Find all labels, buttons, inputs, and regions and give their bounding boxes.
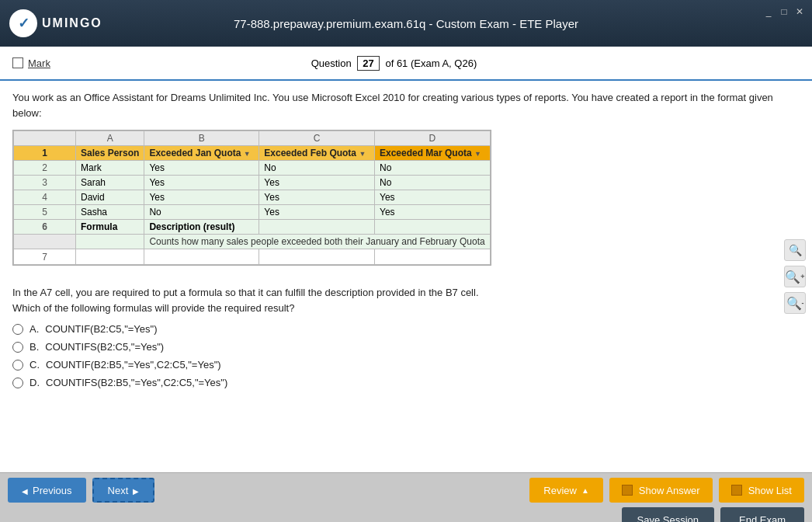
row-num-2: 2 (14, 161, 76, 176)
cell-4a: David (76, 190, 144, 205)
bottom-toolbar: Previous Next Review Show Answer Show Li… (0, 472, 812, 522)
question-header: Mark Question 27 of 61 (Exam A, Q26) (0, 47, 812, 81)
logo-area: ✓ UMINGO (9, 9, 102, 37)
choice-d-text: COUNTIFS(B2:B5,"=Yes",C2:C5,"=Yes") (46, 377, 227, 388)
mark-checkbox[interactable] (12, 57, 23, 68)
main-content: You work as an Office Assistant for Drea… (0, 81, 812, 472)
zoom-out-icon[interactable]: 🔍- (784, 292, 806, 314)
show-answer-icon (622, 485, 633, 496)
show-list-label: Show List (748, 485, 792, 496)
table-row: 2 Mark Yes No No (14, 161, 491, 176)
question-of-label: of 61 (Exam A, Q26) (385, 57, 477, 69)
cell-3d: No (374, 176, 490, 190)
cell-2b: Yes (144, 161, 259, 176)
show-answer-button[interactable]: Show Answer (609, 478, 713, 503)
excel-table-wrapper: A B C D 1 Sales Person Exceeded Jan Quot… (12, 130, 491, 266)
answer-section: In the A7 cell, you are required to put … (12, 285, 800, 388)
cell-2a: Mark (76, 161, 144, 176)
cell-7b (144, 249, 259, 265)
table-row: 6 Formula Description (result) (14, 220, 491, 235)
question-number: 27 (357, 56, 379, 71)
radio-c[interactable] (12, 360, 23, 371)
cell-7d (374, 249, 490, 265)
choice-b-label: B. (29, 341, 39, 353)
show-list-button[interactable]: Show List (719, 478, 804, 503)
row-num-4: 4 (14, 190, 76, 205)
cell-3c: Yes (259, 176, 375, 190)
col-header-a: A (76, 131, 144, 146)
cell-2d: No (374, 161, 490, 176)
row-num-6b (14, 235, 76, 249)
zoom-in-icon[interactable]: 🔍+ (784, 266, 806, 287)
cell-5c: Yes (259, 205, 375, 220)
chevron-right-icon (133, 485, 139, 496)
logo-check-icon: ✓ (18, 15, 29, 32)
row-num-7: 7 (14, 249, 76, 265)
answer-choice-b[interactable]: B. COUNTIFS(B2:C5,"=Yes") (12, 341, 800, 353)
answer-choice-d[interactable]: D. COUNTIFS(B2:B5,"=Yes",C2:C5,"=Yes") (12, 377, 800, 388)
logo-circle: ✓ (9, 9, 37, 37)
cell-6bb: Counts how many sales people exceeded bo… (144, 235, 490, 249)
end-exam-label: End Exam (739, 514, 786, 523)
review-label: Review (543, 485, 577, 496)
search-icon[interactable]: 🔍 (784, 239, 806, 261)
cell-6a: Formula (76, 220, 144, 235)
row-num-5: 5 (14, 205, 76, 220)
row-num-1: 1 (14, 146, 76, 161)
cell-5b: No (144, 205, 259, 220)
show-answer-label: Show Answer (639, 485, 700, 496)
next-button[interactable]: Next (92, 478, 155, 503)
title-bar: _ □ ✕ ✓ UMINGO 77-888.prepaway.premium.e… (0, 0, 812, 47)
excel-table: A B C D 1 Sales Person Exceeded Jan Quot… (13, 130, 491, 265)
table-row: 1 Sales Person Exceeded Jan Quota ▼ Exce… (14, 146, 491, 161)
answer-choice-c[interactable]: C. COUNTIF(B2:B5,"=Yes",C2:C5,"=Yes") (12, 359, 800, 371)
previous-label: Previous (33, 485, 72, 496)
choice-b-text: COUNTIFS(B2:C5,"=Yes") (45, 341, 164, 353)
col-header-b: B (144, 131, 259, 146)
logo-text: UMINGO (42, 16, 102, 30)
cell-4c: Yes (259, 190, 375, 205)
question-intro: You work as an Office Assistant for Drea… (12, 90, 800, 120)
cell-3b: Yes (144, 176, 259, 190)
cell-1d: Exceeded Mar Quota ▼ (374, 146, 490, 161)
cell-5a: Sasha (76, 205, 144, 220)
row-num-3: 3 (14, 176, 76, 190)
col-header-c: C (259, 131, 375, 146)
save-session-label: Save Session (637, 514, 699, 523)
cell-2c: No (259, 161, 375, 176)
save-session-button[interactable]: Save Session (622, 507, 715, 522)
table-row: 5 Sasha No Yes Yes (14, 205, 491, 220)
cell-5d: Yes (374, 205, 490, 220)
cell-1b: Exceeded Jan Quota ▼ (144, 146, 259, 161)
table-row: 3 Sarah Yes Yes No (14, 176, 491, 190)
minimize-button[interactable]: _ (762, 6, 775, 17)
radio-a[interactable] (12, 324, 23, 335)
radio-d[interactable] (12, 378, 23, 388)
cell-7c (259, 249, 375, 265)
previous-button[interactable]: Previous (8, 478, 86, 503)
cell-1c: Exceeded Feb Quota ▼ (259, 146, 375, 161)
col-header-d: D (374, 131, 490, 146)
answer-choice-a[interactable]: A. COUNTIF(B2:C5,"=Yes") (12, 323, 800, 335)
end-exam-button[interactable]: End Exam (720, 507, 804, 522)
review-button[interactable]: Review (529, 478, 603, 503)
follow-up-text: In the A7 cell, you are required to put … (12, 285, 800, 315)
close-button[interactable]: ✕ (793, 6, 806, 17)
cell-7a (76, 249, 144, 265)
corner-header (14, 131, 76, 146)
maximize-button[interactable]: □ (778, 6, 790, 17)
table-row: 7 (14, 249, 491, 265)
radio-b[interactable] (12, 342, 23, 353)
mark-area[interactable]: Mark (12, 57, 50, 69)
show-list-icon (731, 485, 742, 496)
row-num-6: 6 (14, 220, 76, 235)
cell-4d: Yes (374, 190, 490, 205)
cell-3a: Sarah (76, 176, 144, 190)
toolbar-bottom-row: Save Session End Exam (8, 507, 804, 522)
toolbar-top-row: Previous Next Review Show Answer Show Li… (8, 478, 804, 503)
cell-6c (259, 220, 375, 235)
choice-c-label: C. (29, 359, 40, 371)
next-label: Next (108, 485, 129, 496)
window-controls[interactable]: _ □ ✕ (762, 6, 806, 17)
table-row: Counts how many sales people exceeded bo… (14, 235, 491, 249)
